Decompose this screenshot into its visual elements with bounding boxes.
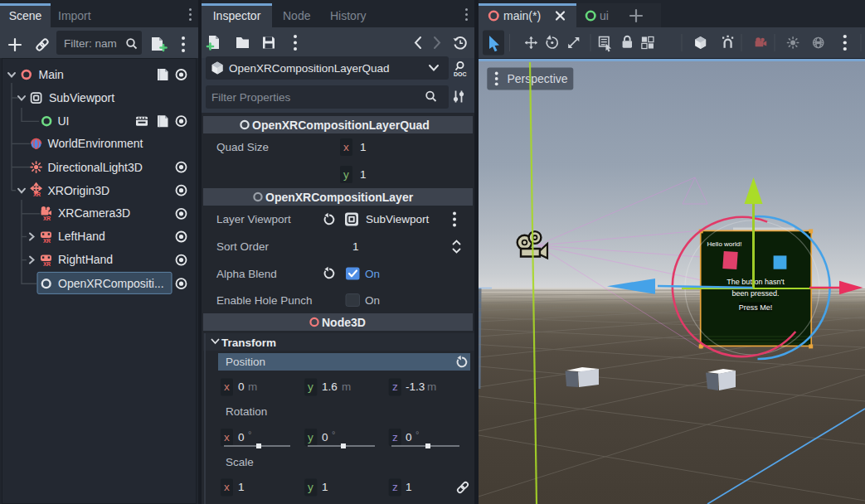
svg-text:Node3D: Node3D bbox=[322, 316, 366, 329]
svg-text:y: y bbox=[308, 431, 313, 443]
svg-text:Rotation: Rotation bbox=[226, 405, 267, 418]
svg-text:1: 1 bbox=[238, 481, 245, 493]
svg-text:m: m bbox=[248, 380, 257, 393]
svg-text:z: z bbox=[392, 481, 398, 493]
svg-text:Layer Viewport: Layer Viewport bbox=[216, 213, 291, 225]
svg-text:Quad Size: Quad Size bbox=[216, 141, 269, 153]
svg-text:DOC: DOC bbox=[454, 71, 467, 77]
svg-text:0: 0 bbox=[406, 431, 412, 443]
svg-text:Filter: nam: Filter: nam bbox=[64, 37, 117, 50]
svg-text:0: 0 bbox=[322, 431, 328, 443]
svg-text:OpenXRCompositi...: OpenXRCompositi... bbox=[58, 277, 164, 290]
svg-text:OpenXRCompositionLayer: OpenXRCompositionLayer bbox=[265, 191, 414, 204]
svg-text:Press Me!: Press Me! bbox=[739, 303, 773, 312]
svg-text:Hello world!: Hello world! bbox=[707, 240, 742, 248]
svg-text:WorldEnvironment: WorldEnvironment bbox=[48, 137, 143, 150]
svg-text:z: z bbox=[392, 431, 398, 443]
svg-text:LeftHand: LeftHand bbox=[58, 230, 105, 243]
svg-text:m: m bbox=[427, 380, 436, 393]
svg-text:been pressed.: been pressed. bbox=[731, 289, 779, 298]
svg-text:1: 1 bbox=[360, 168, 367, 181]
svg-text:Transform: Transform bbox=[221, 337, 276, 349]
svg-text:1: 1 bbox=[406, 481, 412, 493]
svg-text:Perspective: Perspective bbox=[507, 72, 567, 85]
svg-text:x: x bbox=[224, 380, 230, 393]
svg-text:Scale: Scale bbox=[226, 456, 254, 468]
svg-text:SubViewport: SubViewport bbox=[366, 213, 430, 225]
svg-text:Enable Hole Punch: Enable Hole Punch bbox=[216, 294, 313, 307]
svg-text:ui: ui bbox=[600, 9, 609, 22]
svg-text:x: x bbox=[343, 141, 349, 153]
svg-text:m: m bbox=[342, 380, 351, 393]
svg-text:DirectionalLight3D: DirectionalLight3D bbox=[48, 161, 143, 174]
svg-text:The button hasn't: The button hasn't bbox=[727, 278, 785, 286]
svg-text:x: x bbox=[224, 431, 230, 443]
svg-text:OpenXRCompositionLayerQuad: OpenXRCompositionLayerQuad bbox=[252, 119, 430, 132]
svg-text:x: x bbox=[224, 481, 230, 493]
svg-text:1: 1 bbox=[360, 141, 367, 153]
svg-text:1.6: 1.6 bbox=[322, 380, 338, 393]
svg-text:Filter Properties: Filter Properties bbox=[211, 91, 291, 104]
svg-text:y: y bbox=[308, 481, 313, 493]
svg-text:0: 0 bbox=[238, 431, 245, 443]
svg-text:0: 0 bbox=[238, 380, 245, 393]
svg-text:On: On bbox=[365, 268, 380, 280]
svg-text:°: ° bbox=[248, 429, 251, 439]
svg-text:1: 1 bbox=[352, 240, 359, 253]
svg-text:Main: Main bbox=[39, 68, 64, 81]
svg-text:°: ° bbox=[332, 429, 335, 439]
svg-text:UI: UI bbox=[58, 114, 70, 128]
svg-text:1: 1 bbox=[322, 481, 328, 493]
svg-text:RightHand: RightHand bbox=[58, 253, 113, 266]
svg-text:OpenXRCompositionLayerQuad: OpenXRCompositionLayerQuad bbox=[229, 62, 390, 75]
svg-text:XRCamera3D: XRCamera3D bbox=[58, 206, 130, 220]
svg-text:On: On bbox=[365, 294, 380, 307]
svg-text:main(*): main(*) bbox=[503, 9, 541, 22]
svg-text:Alpha Blend: Alpha Blend bbox=[216, 268, 277, 280]
svg-text:y: y bbox=[308, 380, 313, 393]
svg-text:-1.3: -1.3 bbox=[406, 380, 425, 393]
svg-text:Sort Order: Sort Order bbox=[216, 240, 270, 253]
svg-text:XROrigin3D: XROrigin3D bbox=[48, 184, 110, 197]
svg-text:SubViewport: SubViewport bbox=[49, 91, 114, 104]
svg-text:°: ° bbox=[415, 429, 419, 439]
svg-text:z: z bbox=[392, 380, 398, 393]
svg-text:y: y bbox=[343, 168, 349, 181]
svg-text:Position: Position bbox=[226, 356, 265, 368]
